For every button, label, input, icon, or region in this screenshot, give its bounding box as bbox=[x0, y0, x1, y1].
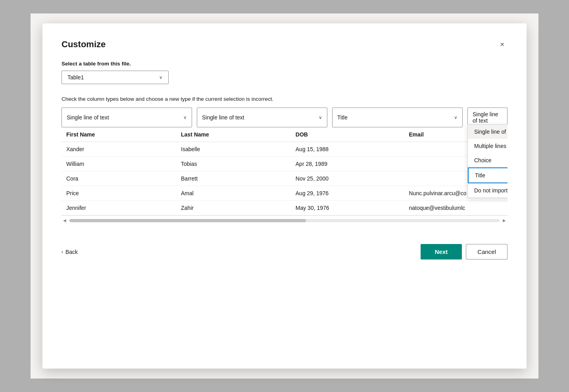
cell-col1-row4: Jennifer bbox=[62, 201, 176, 215]
col4-dropdown-menu: Single line of text Multiple lines of te… bbox=[467, 124, 507, 198]
table-row: CoraBarrettNov 25, 2000 bbox=[62, 171, 507, 186]
cell-col2-row0: Isabelle bbox=[176, 142, 291, 157]
back-button[interactable]: ‹ Back bbox=[62, 249, 78, 255]
chevron-down-icon: ∨ bbox=[454, 115, 458, 120]
col4-dropdown-container: Single line of text Single line of text … bbox=[467, 108, 507, 127]
table-select-label: Select a table from this file. bbox=[62, 61, 507, 67]
table-select-value: Table1 bbox=[67, 74, 84, 81]
cell-col1-row3: Price bbox=[62, 186, 176, 201]
table-scroll-wrapper: Single line of text ∨ Single line of tex… bbox=[62, 108, 507, 225]
cell-col3-row3: Aug 29, 1976 bbox=[291, 186, 404, 201]
col3-type-value: Title bbox=[337, 114, 348, 121]
table-row: WilliamTobiasApr 28, 1989 bbox=[62, 157, 507, 171]
modal-backdrop: Customize × Select a table from this fil… bbox=[31, 13, 538, 379]
col1-type-value: Single line of text bbox=[67, 114, 109, 121]
modal-title: Customize bbox=[62, 39, 106, 50]
modal-header: Customize × bbox=[62, 39, 507, 50]
chevron-down-icon: ∨ bbox=[183, 115, 187, 120]
cell-col2-row3: Amal bbox=[176, 186, 291, 201]
footer-right-actions: Next Cancel bbox=[421, 244, 507, 259]
column-check-label: Check the column types below and choose … bbox=[62, 96, 507, 102]
dropdown-option-choice[interactable]: Choice bbox=[468, 153, 507, 167]
dropdown-option-do-not-import[interactable]: Do not import bbox=[468, 183, 507, 198]
col2-type-dropdown[interactable]: Single line of text ∨ bbox=[197, 108, 327, 127]
cell-col1-row2: Cora bbox=[62, 171, 176, 186]
cell-col4-row4: natoque@vestibulumlc bbox=[404, 201, 507, 215]
table-row: XanderIsabelleAug 15, 1988 bbox=[62, 142, 507, 157]
table-select-section: Select a table from this file. Table1 ∨ bbox=[62, 61, 507, 84]
table-header-row: First Name Last Name DOB Email bbox=[62, 127, 507, 142]
header-firstname: First Name bbox=[62, 127, 176, 142]
cell-col2-row1: Tobias bbox=[176, 157, 291, 171]
cell-col3-row2: Nov 25, 2000 bbox=[291, 171, 404, 186]
col4-type-value: Single line of text bbox=[473, 111, 502, 124]
close-button[interactable]: × bbox=[497, 39, 507, 50]
next-button[interactable]: Next bbox=[421, 244, 462, 259]
header-dob: DOB bbox=[291, 127, 404, 142]
scroll-track[interactable] bbox=[69, 219, 500, 222]
table-body: XanderIsabelleAug 15, 1988WilliamTobiasA… bbox=[62, 142, 507, 215]
col3-type-dropdown[interactable]: Title ∨ bbox=[332, 108, 463, 127]
cell-col3-row0: Aug 15, 1988 bbox=[291, 142, 404, 157]
back-arrow-icon: ‹ bbox=[62, 249, 63, 255]
cancel-button[interactable]: Cancel bbox=[466, 244, 507, 259]
chevron-down-icon: ∨ bbox=[319, 115, 322, 120]
back-label: Back bbox=[65, 249, 78, 255]
col2-type-value: Single line of text bbox=[202, 114, 244, 121]
dropdown-option-title[interactable]: Title bbox=[468, 167, 507, 183]
modal-footer: ‹ Back Next Cancel bbox=[62, 238, 507, 259]
chevron-down-icon: ∨ bbox=[159, 75, 163, 80]
cell-col3-row4: May 30, 1976 bbox=[291, 201, 404, 215]
data-table: First Name Last Name DOB Email XanderIsa… bbox=[62, 127, 507, 215]
scroll-right-arrow[interactable]: ▶ bbox=[501, 217, 507, 223]
scroll-left-arrow[interactable]: ◀ bbox=[62, 217, 68, 223]
dropdown-option-single-line[interactable]: Single line of text bbox=[468, 125, 507, 139]
header-lastname: Last Name bbox=[176, 127, 291, 142]
table-row: JenniferZahirMay 30, 1976natoque@vestibu… bbox=[62, 201, 507, 215]
cell-col1-row1: William bbox=[62, 157, 176, 171]
horizontal-scrollbar[interactable]: ◀ ▶ bbox=[62, 215, 507, 225]
cell-col3-row1: Apr 28, 1989 bbox=[291, 157, 404, 171]
cell-col2-row2: Barrett bbox=[176, 171, 291, 186]
table-select-dropdown[interactable]: Table1 ∨ bbox=[62, 71, 169, 84]
scroll-thumb bbox=[69, 219, 306, 222]
table-row: PriceAmalAug 29, 1976Nunc.pulvinar.arcu@… bbox=[62, 186, 507, 201]
column-dropdowns-row: Single line of text ∨ Single line of tex… bbox=[62, 108, 507, 127]
cell-col2-row4: Zahir bbox=[176, 201, 291, 215]
dropdown-option-multi-line[interactable]: Multiple lines of text bbox=[468, 139, 507, 153]
col1-type-dropdown[interactable]: Single line of text ∨ bbox=[62, 108, 192, 127]
customize-modal: Customize × Select a table from this fil… bbox=[42, 23, 527, 369]
cell-col1-row0: Xander bbox=[62, 142, 176, 157]
